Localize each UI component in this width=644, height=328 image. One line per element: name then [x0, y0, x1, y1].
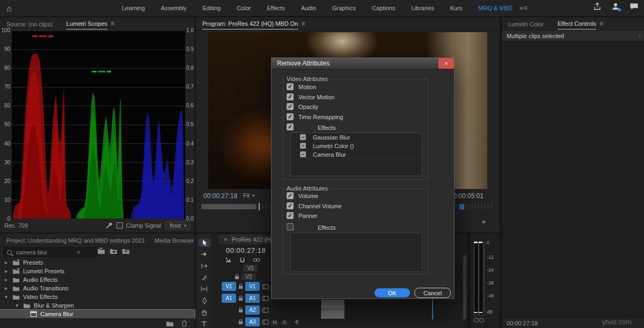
audio-clip[interactable] [321, 300, 345, 309]
new-bin-icon[interactable] [166, 320, 174, 327]
chevron-right-icon[interactable]: ▸ [3, 260, 9, 265]
audio-clip[interactable] [321, 309, 345, 319]
tab-source[interactable]: Source: (no clips) [6, 18, 53, 30]
checkbox-checked-icon[interactable]: ✓ [287, 192, 294, 199]
effects-search[interactable]: × [3, 247, 98, 257]
checkbox-checked-icon[interactable]: ✓ [287, 202, 294, 209]
checkbox-checked-icon[interactable]: ✓ [287, 113, 294, 120]
ripple-edit-tool[interactable] [199, 262, 210, 270]
comment-icon[interactable] [630, 2, 639, 11]
timeline-scrollbar[interactable] [463, 255, 466, 319]
effect-remove-checkbox[interactable]: – [300, 143, 306, 149]
custom-bin-icon[interactable] [122, 247, 130, 254]
workspace-kurs[interactable]: Kurs [442, 5, 471, 11]
user-profile-icon[interactable] [611, 2, 620, 11]
chevron-down-icon[interactable]: ▾ [14, 303, 20, 308]
workspace-captions[interactable]: Captions [364, 5, 403, 11]
track-select-forward-tool[interactable] [199, 251, 210, 259]
lock-icon[interactable] [238, 295, 243, 301]
tree-item-camera-blur[interactable]: Camera Blur [0, 310, 195, 318]
workspace-effects[interactable]: Effects [259, 5, 292, 11]
workspace-graphics[interactable]: Graphics [324, 5, 364, 11]
checkbox-video-effects[interactable]: ✓ [287, 123, 294, 130]
track-options-icon[interactable] [262, 296, 269, 301]
checkbox-checked-icon[interactable]: ✓ [287, 123, 294, 130]
clear-search-icon[interactable]: × [77, 249, 80, 256]
panel-menu-icon[interactable]: ≡ [302, 20, 305, 27]
chevron-right-icon[interactable]: › [639, 33, 641, 39]
checkbox-checked-icon[interactable]: ✓ [287, 83, 294, 90]
effect-remove-checkbox[interactable]: – [300, 134, 306, 140]
new-preset-bin-icon[interactable] [97, 247, 105, 254]
tab-project[interactable]: Project: Understanding MRQ and MBD setti… [6, 235, 145, 246]
checkbox-unchecked[interactable] [287, 223, 294, 230]
program-playhead[interactable] [259, 203, 260, 210]
close-sequence-icon[interactable]: × [224, 236, 227, 243]
home-icon[interactable]: ⌂ [0, 4, 18, 13]
program-timecode[interactable]: 00:00:27:18 [203, 192, 237, 200]
workspace-assembly[interactable]: Assembly [153, 5, 195, 11]
tree-item-blur-sharpen[interactable]: ▾ Blur & Sharpen [0, 301, 195, 310]
dialog-close-button[interactable]: × [438, 58, 454, 69]
track-options-icon[interactable] [262, 308, 269, 313]
effect-row-gaussian-blur[interactable]: – Gaussian Blur [291, 133, 422, 142]
workspace-color[interactable]: Color [229, 5, 259, 11]
timeline-timecode[interactable]: 00:00:27:18 [226, 246, 266, 254]
checkbox-motion[interactable]: ✓ Motion [287, 83, 316, 90]
tab-lumetri-scopes[interactable]: Lumetri Scopes ≡ [67, 18, 114, 30]
panel-menu-icon[interactable]: ≡ [599, 20, 603, 27]
tree-item-audio-effects[interactable]: ▸ Audio Effects [0, 275, 195, 284]
tab-lumetri-color[interactable]: Lumetri Color [508, 18, 544, 30]
effect-row-lumetri-color[interactable]: – Lumetri Color () [291, 142, 422, 150]
track-target-a2[interactable]: A2 [245, 305, 260, 315]
snap-magnet-icon[interactable] [239, 257, 245, 264]
checkbox-volume[interactable]: ✓ Volume [287, 192, 318, 199]
track-target-v2[interactable]: V2 [241, 273, 256, 280]
lock-icon[interactable] [238, 283, 243, 289]
workspace-audio[interactable]: Audio [293, 5, 324, 11]
track-target-v1[interactable]: V1 [245, 282, 260, 291]
checkbox-time-remapping[interactable]: ✓ Time Remapping [287, 113, 343, 120]
search-input[interactable] [15, 249, 74, 256]
linked-selection-icon[interactable] [253, 257, 260, 264]
pen-tool[interactable] [199, 297, 210, 305]
sequence-settings-icon[interactable] [225, 257, 232, 264]
source-patch-v1[interactable]: V1 [222, 282, 236, 291]
checkbox-audio-effects[interactable] [287, 223, 294, 230]
tab-effect-controls[interactable]: Effect Controls ≡ [558, 18, 603, 30]
razor-tool[interactable] [199, 274, 210, 282]
button-editor-plus[interactable]: + [481, 217, 486, 226]
chevron-down-icon[interactable]: ▾ [3, 294, 9, 300]
tree-item-presets[interactable]: ▸ Presets [0, 258, 195, 267]
chevron-right-icon[interactable]: ▸ [3, 277, 9, 282]
lock-icon[interactable] [238, 319, 243, 325]
zoom-level-dropdown[interactable]: Fit ▾ [243, 192, 254, 199]
dialog-title-bar[interactable]: Remove Attributes [272, 58, 454, 69]
chevron-right-icon[interactable]: ▸ [3, 268, 9, 274]
tree-item-audio-transitions[interactable]: ▸ Audio Transitions [0, 284, 195, 293]
bit-depth-dropdown[interactable]: float ▾ [165, 221, 191, 230]
tab-program[interactable]: Program: ProRes 422 (HQ) MBD On ≡ [202, 18, 305, 30]
clamp-signal-checkbox[interactable]: Clamp Signal [116, 222, 161, 229]
cancel-button[interactable]: Cancel [414, 288, 451, 298]
ok-button[interactable]: OK [375, 288, 410, 297]
filter-effects-bin-icon[interactable] [109, 247, 118, 254]
checkbox-channel-volume[interactable]: ✓ Channel Volume [287, 202, 342, 209]
wrench-icon[interactable] [105, 222, 112, 229]
workspace-libraries[interactable]: Libraries [403, 5, 442, 11]
tree-item-lumetri-presets[interactable]: ▸ Lumetri Presets [0, 267, 195, 275]
checkbox-checked-icon[interactable]: ✓ [287, 212, 294, 219]
track-target-a1[interactable]: A1 [245, 294, 260, 303]
selection-tool[interactable] [199, 239, 210, 247]
workspace-overflow-icon[interactable]: » [519, 4, 523, 12]
lock-icon[interactable] [238, 307, 243, 313]
solo-left-circle[interactable] [474, 318, 479, 323]
checkbox-panner[interactable]: ✓ Panner [287, 212, 317, 219]
effect-remove-checkbox[interactable]: – [300, 151, 306, 157]
checkbox-checked-icon[interactable]: ✓ [287, 103, 294, 110]
slip-tool[interactable] [199, 286, 210, 294]
tab-media-browser[interactable]: Media Browser [155, 235, 194, 246]
hand-tool[interactable] [199, 309, 210, 317]
track-options-icon[interactable] [262, 319, 269, 325]
workspace-mrq-mbd[interactable]: MRQ & MBD [470, 5, 521, 11]
